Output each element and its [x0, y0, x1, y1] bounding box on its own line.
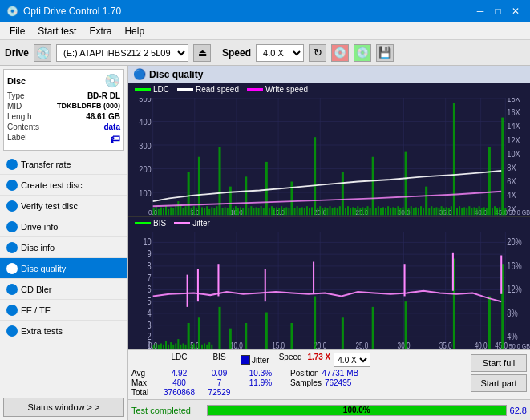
- svg-text:8%: 8%: [507, 307, 518, 317]
- stats-table: LDC BIS Jitter Speed 1.73 X 4.0 X: [131, 353, 467, 397]
- svg-rect-152: [433, 208, 435, 216]
- svg-text:6X: 6X: [507, 176, 516, 186]
- label-icon[interactable]: 🏷: [110, 133, 120, 145]
- svg-rect-112: [332, 208, 334, 216]
- svg-rect-85: [263, 208, 265, 216]
- svg-rect-108: [322, 208, 323, 216]
- svg-text:9: 9: [148, 248, 152, 258]
- close-button[interactable]: ✕: [508, 3, 524, 19]
- svg-rect-161: [456, 208, 458, 216]
- menu-help[interactable]: Help: [118, 24, 151, 38]
- menubar: File Start test Extra Help: [0, 22, 530, 40]
- svg-text:6: 6: [148, 284, 152, 294]
- svg-rect-133: [385, 208, 386, 216]
- svg-rect-98: [297, 206, 298, 215]
- svg-rect-245: [196, 344, 197, 348]
- jitter-label: Jitter: [252, 356, 269, 365]
- svg-rect-58: [193, 206, 195, 215]
- maximize-button[interactable]: □: [490, 3, 506, 19]
- drive-select[interactable]: (E:) ATAPI iHBS212 2 5L09: [56, 44, 188, 62]
- svg-rect-80: [250, 206, 252, 215]
- svg-rect-124: [362, 207, 363, 215]
- save-button[interactable]: 💾: [376, 44, 394, 62]
- svg-rect-78: [245, 176, 247, 215]
- svg-rect-86: [265, 162, 268, 215]
- svg-text:20%: 20%: [507, 236, 522, 247]
- sidebar-label-discinfo: Disc info: [21, 243, 55, 252]
- svg-rect-257: [314, 296, 316, 349]
- sidebar-item-create-test-disc[interactable]: Create test disc: [0, 175, 127, 196]
- svg-rect-99: [299, 208, 301, 216]
- svg-rect-143: [411, 206, 412, 215]
- sidebar-item-drive-info[interactable]: Drive info: [0, 216, 127, 237]
- sidebar-label-drive: Drive info: [21, 222, 58, 232]
- main-content: Disc 💿 Type BD-R DL MID TDKBLDRFB (000) …: [0, 66, 530, 420]
- svg-rect-136: [392, 207, 394, 215]
- menu-start-test[interactable]: Start test: [31, 24, 83, 38]
- svg-rect-96: [290, 181, 293, 215]
- svg-rect-110: [326, 208, 328, 216]
- sidebar-item-cd-bler[interactable]: CD Bler: [0, 279, 127, 300]
- legend-jitter: Jitter: [174, 219, 210, 228]
- svg-rect-166: [468, 206, 470, 215]
- write-color: [247, 88, 263, 91]
- eject-button[interactable]: ⏏: [193, 44, 211, 62]
- chart2-container: BIS Jitter: [128, 217, 530, 350]
- svg-rect-91: [278, 208, 280, 216]
- svg-rect-126: [367, 206, 369, 215]
- progress-bar-container: 100.0%: [207, 405, 507, 416]
- disc-quality-icon: 🔵: [133, 68, 146, 80]
- sidebar-item-disc-quality[interactable]: Disc quality: [0, 258, 127, 279]
- legend-bis: BIS: [135, 219, 166, 228]
- svg-rect-167: [471, 208, 472, 216]
- menu-extra[interactable]: Extra: [83, 24, 118, 38]
- svg-rect-157: [446, 207, 447, 215]
- disc-quality-header: 🔵 Disc quality: [128, 66, 530, 83]
- svg-text:200: 200: [139, 165, 152, 175]
- svg-rect-146: [418, 208, 419, 216]
- svg-rect-94: [285, 207, 287, 215]
- sidebar-item-disc-info[interactable]: Disc info: [0, 237, 127, 258]
- avg-ldc: 4.92: [157, 369, 201, 378]
- speed-select[interactable]: 4.0 X: [256, 44, 304, 62]
- svg-text:35.0: 35.0: [439, 341, 452, 349]
- refresh-button[interactable]: ↻: [309, 44, 326, 62]
- svg-rect-156: [443, 208, 445, 216]
- svg-rect-242: [188, 322, 190, 348]
- sidebar-item-extra-tests[interactable]: Extra tests: [0, 321, 127, 341]
- legend-write: Write speed: [247, 85, 308, 94]
- status-window-button[interactable]: Status window > >: [3, 398, 124, 417]
- svg-rect-59: [196, 208, 197, 216]
- svg-rect-82: [255, 207, 257, 215]
- total-bis: 72529: [201, 388, 237, 397]
- sidebar-item-fe-te[interactable]: FE / TE: [0, 300, 127, 321]
- sidebar-item-transfer-rate[interactable]: Transfer rate: [0, 154, 127, 175]
- svg-rect-164: [463, 207, 465, 215]
- legend-ldc-label: LDC: [153, 85, 169, 94]
- svg-rect-170: [479, 206, 480, 215]
- start-full-button[interactable]: Start full: [471, 354, 527, 372]
- svg-rect-121: [354, 208, 356, 216]
- menu-file[interactable]: File: [3, 24, 31, 38]
- svg-rect-87: [269, 208, 270, 216]
- svg-text:100: 100: [139, 188, 152, 198]
- max-bis: 7: [201, 378, 237, 387]
- svg-text:50.0 GB: 50.0 GB: [509, 209, 530, 216]
- avg-jitter: 10.3%: [241, 369, 281, 378]
- svg-rect-169: [476, 208, 478, 216]
- svg-rect-135: [390, 208, 391, 216]
- svg-rect-177: [496, 208, 498, 216]
- jitter-checkbox[interactable]: [241, 355, 250, 365]
- svg-text:16X: 16X: [507, 107, 520, 117]
- svg-rect-125: [364, 208, 366, 216]
- svg-rect-114: [337, 208, 338, 216]
- drive-label: Drive: [5, 47, 29, 59]
- sidebar-item-verify-test-disc[interactable]: Verify test disc: [0, 196, 127, 216]
- svg-rect-118: [347, 206, 349, 215]
- svg-rect-132: [382, 207, 384, 215]
- minimize-button[interactable]: ─: [472, 3, 488, 19]
- action-buttons: Start full Start part: [471, 353, 527, 397]
- speed-select-stats[interactable]: 4.0 X: [334, 353, 370, 367]
- start-part-button[interactable]: Start part: [471, 374, 527, 392]
- svg-rect-103: [309, 208, 310, 216]
